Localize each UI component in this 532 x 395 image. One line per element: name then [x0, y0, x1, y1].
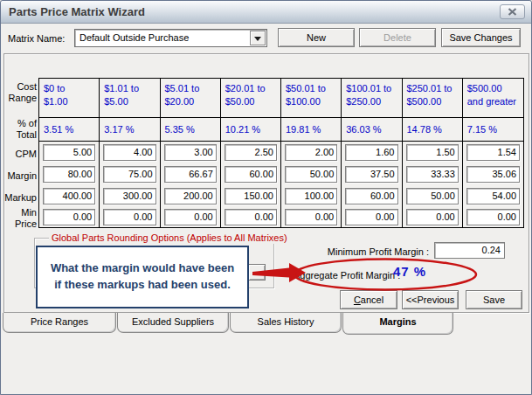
cost-range-cell: $1.01 to $5.00 — [100, 79, 159, 118]
cpm-input[interactable]: 1.50 — [406, 144, 459, 161]
tab-excluded-suppliers[interactable]: Excluded Suppliers — [117, 313, 229, 333]
title-bar: Parts Price Matrix Wizard — [1, 1, 531, 24]
margin-input[interactable]: 35.06 — [466, 166, 520, 183]
minimum-profit-margin-label: Minimum Profit Margin : — [307, 246, 429, 257]
pct-total-cell: 5.35 % — [161, 118, 220, 142]
save-button[interactable]: Save — [466, 290, 522, 309]
dropdown-button[interactable] — [250, 31, 266, 45]
pct-total-cell: 14.78 % — [403, 118, 462, 142]
min-price-input[interactable]: 0.00 — [406, 209, 459, 225]
matrix-column: $50.01 to $100.00 19.81 % 2.00 50.00 100… — [281, 79, 342, 227]
markup-input[interactable]: 200.00 — [164, 188, 217, 204]
cost-range-cell: $500.00 and greater — [463, 79, 523, 118]
cpm-input[interactable]: 4.00 — [103, 144, 155, 161]
markup-input[interactable]: 54.00 — [466, 188, 520, 204]
close-icon — [508, 8, 517, 16]
margin-input[interactable]: 66.67 — [164, 166, 217, 183]
cpm-input[interactable]: 2.50 — [225, 144, 277, 161]
pct-total-cell: 7.15 % — [463, 118, 523, 142]
markup-input[interactable]: 60.00 — [345, 188, 397, 204]
matrix-name-label: Matrix Name: — [8, 33, 65, 44]
margin-input[interactable]: 75.00 — [103, 166, 155, 183]
cost-range-cell: $100.01 to $250.00 — [342, 79, 401, 118]
price-matrix-table: $0 to $1.00 3.51 % 5.00 80.00 400.00 0.0… — [38, 78, 524, 228]
matrix-column: $20.01 to $50.00 10.21 % 2.50 60.00 150.… — [221, 79, 281, 227]
cost-range-cell: $250.01 to $500.00 — [403, 79, 462, 118]
margin-input[interactable]: 37.50 — [345, 166, 397, 183]
pct-total-cell: 3.51 % — [39, 118, 99, 142]
matrix-column: $5.01 to $20.00 5.35 % 3.00 66.67 200.00… — [161, 79, 221, 227]
aggregate-profit-margin-label: Aggregate Profit Margin : — [294, 270, 400, 281]
cancel-button[interactable]: Cancel — [340, 290, 397, 309]
row-label-cost-range: Cost Range — [3, 81, 37, 104]
min-price-input[interactable]: 0.00 — [225, 209, 277, 225]
min-price-input[interactable]: 0.00 — [285, 209, 337, 225]
delete-button[interactable]: Delete — [359, 28, 436, 47]
min-price-input[interactable]: 0.00 — [43, 209, 95, 225]
cost-range-cell: $50.01 to $100.00 — [281, 79, 341, 118]
pct-total-cell: 3.17 % — [100, 118, 159, 142]
close-button[interactable] — [500, 4, 525, 19]
row-label-min-price: Min Price — [3, 207, 37, 230]
tab-price-ranges[interactable]: Price Ranges — [3, 313, 116, 333]
row-label-cpm: CPM — [3, 149, 37, 160]
cost-range-cell: $20.01 to $50.00 — [221, 79, 280, 118]
cost-range-cell: $5.01 to $20.00 — [161, 79, 220, 118]
min-price-input[interactable]: 0.00 — [466, 209, 520, 225]
margin-input[interactable]: 33.33 — [406, 166, 459, 183]
save-changes-button[interactable]: Save Changes — [441, 28, 521, 47]
cpm-input[interactable]: 5.00 — [43, 144, 95, 161]
window-title: Parts Price Matrix Wizard — [9, 1, 145, 23]
cpm-input[interactable]: 1.60 — [345, 144, 397, 161]
minimum-profit-margin-input[interactable]: 0.24 — [434, 242, 505, 259]
margin-input[interactable]: 80.00 — [43, 166, 95, 183]
annotation-callout: What the margin would have been if these… — [36, 246, 249, 308]
min-price-input[interactable]: 0.00 — [164, 209, 217, 225]
cpm-input[interactable]: 1.54 — [466, 144, 520, 161]
cost-range-cell: $0 to $1.00 — [39, 79, 99, 118]
row-label-pct-total: % of Total — [3, 118, 37, 141]
rounding-options-title: Global Parts Rounding Options (Applies t… — [49, 232, 290, 244]
rounding-option-button[interactable] — [248, 264, 266, 281]
tab-margins[interactable]: Margins — [342, 313, 453, 335]
chevron-down-icon — [254, 37, 261, 45]
min-price-input[interactable]: 0.00 — [103, 209, 155, 225]
matrix-column: $0 to $1.00 3.51 % 5.00 80.00 400.00 0.0… — [39, 79, 100, 227]
tab-sales-history[interactable]: Sales History — [230, 313, 342, 333]
markup-input[interactable]: 50.00 — [406, 188, 459, 204]
markup-input[interactable]: 100.00 — [285, 188, 337, 204]
markup-input[interactable]: 150.00 — [225, 188, 277, 204]
matrix-name-value: Default Outside Purchase — [79, 30, 189, 46]
cpm-input[interactable]: 2.00 — [285, 144, 337, 161]
markup-input[interactable]: 400.00 — [43, 188, 95, 204]
pct-total-cell: 36.03 % — [342, 118, 401, 142]
margin-input[interactable]: 50.00 — [285, 166, 337, 183]
cancel-button-label: Cancel — [354, 295, 383, 305]
cpm-input[interactable]: 3.00 — [164, 144, 217, 161]
parts-price-matrix-wizard-dialog: Parts Price Matrix Wizard Matrix Name: D… — [0, 0, 532, 395]
aggregate-profit-margin-value: 47 % — [393, 264, 426, 279]
row-label-markup: Markup — [3, 192, 37, 204]
previous-button[interactable]: <<Previous — [402, 290, 459, 309]
min-price-input[interactable]: 0.00 — [345, 209, 397, 225]
matrix-column: $1.01 to $5.00 3.17 % 4.00 75.00 300.00 … — [100, 79, 160, 227]
matrix-column: $250.01 to $500.00 14.78 % 1.50 33.33 50… — [403, 79, 463, 227]
pct-total-cell: 10.21 % — [221, 118, 280, 142]
matrix-column: $500.00 and greater 7.15 % 1.54 35.06 54… — [463, 79, 523, 227]
pct-total-cell: 19.81 % — [281, 118, 341, 142]
new-button[interactable]: New — [278, 28, 355, 47]
matrix-name-select[interactable]: Default Outside Purchase — [74, 29, 267, 47]
row-label-margin: Margin — [3, 170, 37, 182]
matrix-column: $100.01 to $250.00 36.03 % 1.60 37.50 60… — [342, 79, 402, 227]
margin-input[interactable]: 60.00 — [225, 166, 277, 183]
markup-input[interactable]: 300.00 — [103, 188, 155, 204]
